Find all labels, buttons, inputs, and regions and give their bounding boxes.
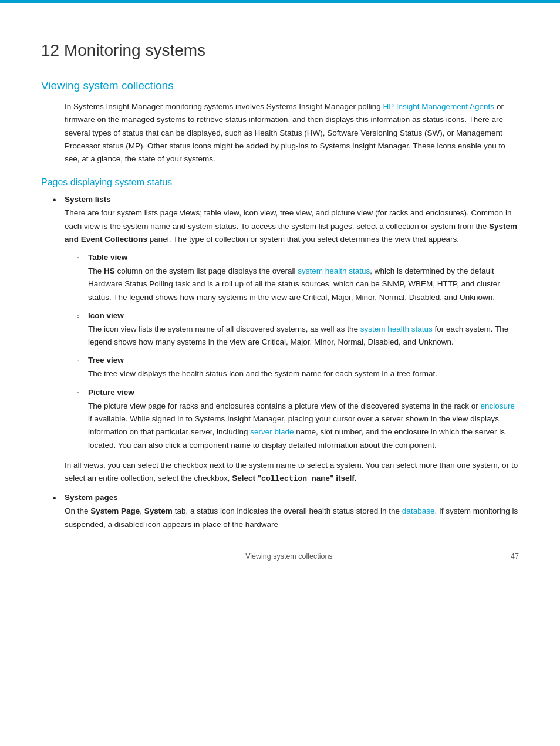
bullet-system-lists: System lists There are four system lists… — [65, 195, 519, 485]
chapter-title: 12 Monitoring systems — [41, 41, 519, 66]
system-lists-label: System lists — [65, 195, 519, 204]
section1-intro-paragraph: In Systems Insight Manager monitoring sy… — [65, 100, 519, 166]
section1-intro-cont: or firmware on the managed systems to re… — [65, 102, 505, 163]
after-sub-paragraph: In all views, you can select the checkbo… — [65, 459, 519, 485]
tree-view-body: The tree view displays the health status… — [88, 367, 519, 380]
footer-left: Viewing system collections — [245, 552, 332, 561]
tree-view-label: Tree view — [88, 356, 519, 364]
sub-bullet-tree-view: Tree view The tree view displays the hea… — [88, 356, 519, 380]
system-pages-body: On the System Page, System tab, a status… — [65, 505, 519, 531]
database-link[interactable]: database — [402, 507, 435, 515]
icon-view-label: Icon view — [88, 311, 519, 320]
server-blade-link[interactable]: server blade — [250, 427, 294, 436]
sub-bullet-table-view: Table view The HS column on the system l… — [88, 253, 519, 304]
table-view-label: Table view — [88, 253, 519, 262]
section-viewing-system-collections: Viewing system collections In Systems In… — [41, 79, 519, 166]
enclosure-link[interactable]: enclosure — [481, 401, 515, 410]
sub-bullet-icon-view: Icon view The icon view lists the system… — [88, 311, 519, 349]
system-health-status-link-2[interactable]: system health status — [360, 325, 433, 333]
icon-view-body: The icon view lists the system name of a… — [88, 323, 519, 349]
section-heading-viewing: Viewing system collections — [41, 79, 519, 92]
system-pages-label: System pages — [65, 493, 519, 502]
system-health-status-link-1[interactable]: system health status — [298, 266, 370, 275]
sub-bullet-picture-view: Picture view The picture view page for r… — [88, 388, 519, 452]
footer: Viewing system collections 47 — [245, 552, 519, 561]
system-lists-body: There are four system lists page views; … — [65, 207, 519, 246]
main-bullet-list: System lists There are four system lists… — [41, 195, 519, 531]
section1-intro-text: In Systems Insight Manager monitoring sy… — [65, 102, 383, 111]
subsection-heading-pages: Pages displaying system status — [41, 177, 519, 188]
hp-insight-agents-link[interactable]: HP Insight Management Agents — [383, 102, 495, 111]
table-view-body: The HS column on the system list page di… — [88, 265, 519, 304]
footer-page-number: 47 — [511, 552, 519, 561]
top-accent-bar — [0, 0, 560, 3]
bullet-system-pages: System pages On the System Page, System … — [65, 493, 519, 531]
section-pages-displaying-status: Pages displaying system status System li… — [41, 177, 519, 531]
picture-view-label: Picture view — [88, 388, 519, 397]
sub-bullet-list-views: Table view The HS column on the system l… — [65, 253, 519, 452]
picture-view-body: The picture view page for racks and encl… — [88, 400, 519, 452]
